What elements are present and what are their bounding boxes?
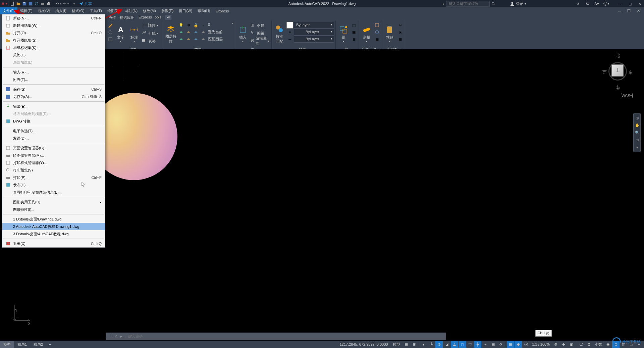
qat-undo-icon[interactable]: ↶ <box>54 1 60 7</box>
tab-layout1[interactable]: 布局1 <box>14 341 30 348</box>
util-tool1-icon[interactable] <box>374 22 380 29</box>
qat-saveas-icon[interactable] <box>28 1 34 7</box>
tab-expresstools[interactable]: Express Tools <box>139 15 161 20</box>
util-tool2-icon[interactable] <box>374 29 380 36</box>
linetype-button[interactable]: ├─┤线性▾ <box>141 22 161 29</box>
sb-qp-icon[interactable]: ▦ <box>507 341 514 348</box>
fm-open[interactable]: 打开(O)...Ctrl+O <box>2 29 105 37</box>
tab-overflow-icon[interactable]: ▪▾ <box>165 15 171 20</box>
sb-snap-icon[interactable]: ⊞ <box>410 341 418 348</box>
search-box[interactable]: ▸ <box>443 1 496 7</box>
search-icon[interactable] <box>490 1 496 7</box>
login-button[interactable]: 登录 ▾ <box>510 1 526 6</box>
sb-scale[interactable]: 1:1 / 100% <box>530 342 552 346</box>
sb-ortho-icon[interactable]: └ <box>428 341 435 348</box>
layer-0-label[interactable]: 0 <box>207 22 211 29</box>
layer-tool2-icon[interactable] <box>185 29 192 36</box>
sb-ws-icon[interactable]: ⊕ <box>515 341 522 348</box>
sb-lock-icon[interactable]: ▣ <box>568 341 575 348</box>
qat-web-icon[interactable] <box>34 1 40 7</box>
menu-insert[interactable]: 插入(I) <box>53 7 69 14</box>
copy-icon[interactable]: ⎘ <box>397 29 404 36</box>
command-input[interactable] <box>126 334 446 338</box>
layer-match-button[interactable]: 匹配图层 <box>207 36 223 43</box>
ucs-icon[interactable]: YX <box>11 304 32 325</box>
leader-button[interactable]: ↗°引线▾ <box>141 30 161 37</box>
cut-icon[interactable]: ✂ <box>397 22 404 29</box>
cmd-handle-icon[interactable]: ⋮⋮ <box>106 334 112 339</box>
doc-minimize-icon[interactable]: ─ <box>615 7 624 15</box>
menu-tools[interactable]: 工具(T) <box>87 7 105 14</box>
qat-plot-icon[interactable] <box>40 1 46 7</box>
cart-icon[interactable] <box>583 0 592 7</box>
fm-newsheet[interactable]: 新建图纸集(W)... <box>2 22 105 29</box>
lineweight-dropdown[interactable]: ByLayer <box>294 29 334 36</box>
measure-button[interactable]: 测量▾ <box>360 22 373 46</box>
menu-window[interactable]: 窗口(W) <box>176 7 195 14</box>
sb-3dosnap-icon[interactable]: ⬚ <box>466 341 474 348</box>
create-block-button[interactable]: ◫创建 <box>250 22 270 29</box>
doc-close-icon[interactable]: ✕ <box>634 7 643 15</box>
command-line[interactable]: ⋮⋮ ↗ ▸_ <box>106 333 446 340</box>
sb-ruler-icon[interactable]: ⊡ <box>585 341 592 348</box>
menu-file[interactable]: 文件(F) <box>0 7 17 14</box>
menu-express[interactable]: Express <box>213 8 231 14</box>
qat-open-icon[interactable] <box>15 1 21 7</box>
dimension-button[interactable]: 标注▾ <box>128 22 141 46</box>
sb-model-button[interactable]: 模型 <box>391 342 402 347</box>
viewcube-south[interactable]: 南 <box>615 85 620 91</box>
menu-modify[interactable]: 修改(M) <box>140 7 159 14</box>
layer-tool7-icon[interactable] <box>193 36 199 43</box>
fm-etransmit[interactable]: 电子传递(T)... <box>2 127 105 135</box>
qat-redo-icon[interactable]: ↷ <box>61 1 67 7</box>
text-button[interactable]: A 文字▾ <box>114 22 127 46</box>
menu-help[interactable]: 帮助(H) <box>195 7 213 14</box>
fm-save[interactable]: 保存(S)Ctrl+S <box>2 86 105 93</box>
fm-import[interactable]: 输入(R)... <box>2 68 105 76</box>
sb-grid-icon[interactable]: ▦ <box>402 341 410 348</box>
fm-print[interactable]: 打印(P)...Ctrl+P <box>2 174 105 181</box>
sb-polar-icon[interactable]: ⊙ <box>435 341 443 348</box>
sb-dyn-icon[interactable]: ╋ <box>474 341 481 348</box>
sb-cycle-icon[interactable]: ⟳ <box>497 341 504 348</box>
layer-lock-icon[interactable]: 🔒 <box>193 22 199 29</box>
group-tool1-icon[interactable]: ◫ <box>351 22 357 29</box>
sb-iso-icon[interactable]: ◢ <box>443 341 450 348</box>
sb-anno-icon[interactable]: Ⓐ <box>522 341 530 348</box>
layer-current-button[interactable]: 置为当前 <box>207 29 223 36</box>
qat-new-icon[interactable] <box>9 1 15 7</box>
menu-dimension[interactable]: 标注(N) <box>122 7 140 14</box>
fm-details[interactable]: 查看打印和发布详细信息(B)... <box>2 189 105 196</box>
nav-orbit-icon[interactable]: ⟲ <box>634 137 640 143</box>
brush2-icon[interactable] <box>107 29 114 36</box>
fm-attach[interactable]: 附着(T)... <box>2 76 105 83</box>
menu-edit[interactable]: 编辑(E) <box>17 7 35 14</box>
search-input[interactable] <box>446 1 490 7</box>
props-match-button[interactable]: 特性 匹配 <box>273 22 286 46</box>
share-button[interactable]: 共享 <box>79 1 92 6</box>
layer-props-button[interactable]: 图层特性 <box>164 22 177 46</box>
minimize-icon[interactable]: ─ <box>616 0 625 7</box>
fm-publish[interactable]: 发布(H)... <box>2 181 105 189</box>
sb-otrack-icon[interactable]: ◻ <box>459 341 466 348</box>
tab-featured[interactable]: 精选应用 <box>120 15 135 20</box>
fm-preview[interactable]: 打印预览(V) <box>2 166 105 174</box>
menu-params[interactable]: 参数(P) <box>159 7 176 14</box>
nav-pan-icon[interactable]: ✋ <box>634 122 640 128</box>
sb-infer-icon[interactable]: ▾ <box>420 341 427 348</box>
fm-drawutil[interactable]: 图形实用工具(U)▸ <box>2 198 105 206</box>
tab-model[interactable]: 模型 <box>0 341 14 348</box>
sb-gear-icon[interactable]: ⚙ <box>552 341 559 348</box>
fm-pagesetup[interactable]: 页面设置管理器(G)... <box>2 144 105 152</box>
doc-restore-icon[interactable]: ❐ <box>625 7 633 15</box>
fm-saveas[interactable]: 另存为(A)...Ctrl+Shift+S <box>2 93 105 100</box>
fm-dwgconv[interactable]: DWG 转换 <box>2 117 105 125</box>
nav-wheel-icon[interactable]: ◎ <box>634 115 640 121</box>
tab-layout2[interactable]: 布局2 <box>30 341 46 348</box>
paste-button[interactable]: 粘贴▾ <box>383 22 396 46</box>
util-tool3-icon[interactable]: ▦ <box>374 36 380 43</box>
qat-print-icon[interactable] <box>46 1 52 7</box>
sb-decimal[interactable]: 小数 <box>593 342 604 347</box>
linetype-icon[interactable]: ─ <box>286 36 293 43</box>
group-tool3-icon[interactable]: ⊞ <box>351 36 357 43</box>
